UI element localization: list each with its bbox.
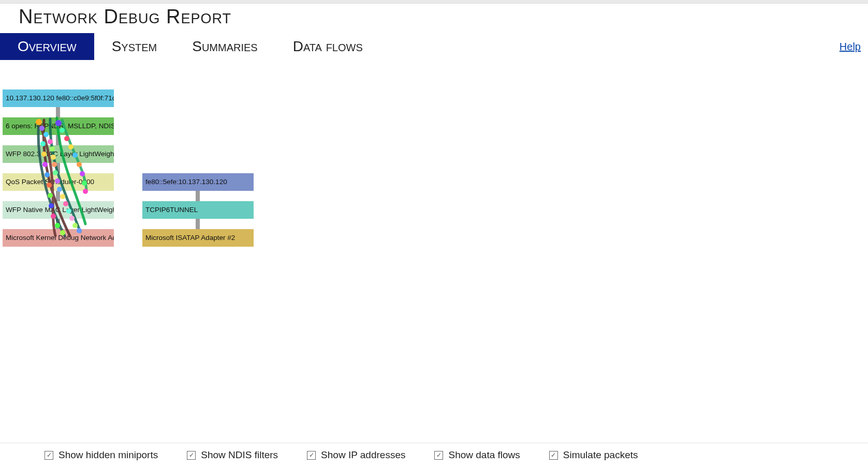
page-title: Network Debug Report [0, 4, 868, 32]
window-top-band [0, 0, 868, 4]
tab-overview[interactable]: Overview [0, 33, 94, 60]
help-link[interactable]: Help [840, 41, 861, 53]
svg-point-18 [64, 136, 69, 141]
node-tcpip6tunnel[interactable]: TCPIP6TUNNEL [142, 201, 254, 219]
connector [56, 191, 60, 201]
node-qos-scheduler[interactable]: QoS Packet Scheduler-0000 [3, 173, 114, 191]
tab-system[interactable]: System [94, 33, 175, 60]
svg-point-3 [48, 139, 53, 144]
check-ip-addresses[interactable]: ✓ Show IP addresses [307, 449, 405, 461]
connector [196, 191, 200, 201]
connector [56, 163, 60, 173]
checkbox-icon: ✓ [434, 451, 443, 460]
check-data-flows[interactable]: ✓ Show data flows [434, 449, 520, 461]
tab-summaries[interactable]: Summaries [174, 33, 275, 60]
tab-dataflows[interactable]: Data flows [275, 33, 380, 60]
svg-point-14 [72, 223, 78, 228]
checkbox-icon: ✓ [45, 451, 53, 460]
node-ip-isatap[interactable]: fe80::5efe:10.137.130.120 [142, 173, 254, 191]
tab-bar: Overview System Summaries Data flows Hel… [0, 32, 868, 61]
node-isatap-adapter[interactable]: Microsoft ISATAP Adapter #2 [142, 229, 254, 247]
connector [196, 219, 200, 229]
connector [56, 135, 60, 145]
checkbox-icon: ✓ [549, 451, 558, 460]
checkbox-icon: ✓ [187, 451, 196, 460]
connector [56, 107, 60, 117]
check-ndis-filters[interactable]: ✓ Show NDIS filters [187, 449, 278, 461]
svg-point-10 [60, 194, 65, 199]
node-ip-debug[interactable]: 10.137.130.120 fe80::c0e9:5f0f:71dd:9 [3, 89, 114, 107]
node-wfp-8023[interactable]: WFP 802.3 MAC Layer LightWeight Fi [3, 145, 114, 163]
diagram-canvas: 10.137.130.120 fe80::c0e9:5f0f:71dd:9 6 … [0, 61, 868, 392]
check-label: Show IP addresses [321, 449, 405, 461]
check-label: Show data flows [448, 449, 520, 461]
checkbox-icon: ✓ [307, 451, 316, 460]
svg-point-30 [48, 193, 53, 198]
footer-options: ✓ Show hidden miniports ✓ Show NDIS filt… [0, 443, 868, 467]
node-ndis-opens[interactable]: 6 opens: RSPNDR, MSLLDP, NDISUIO [3, 117, 114, 135]
check-label: Show hidden miniports [58, 449, 158, 461]
check-label: Simulate packets [563, 449, 638, 461]
connector [56, 219, 60, 229]
check-simulate-packets[interactable]: ✓ Simulate packets [549, 449, 638, 461]
node-kernel-debug-ad[interactable]: Microsoft Kernel Debug Network Ad [3, 229, 114, 247]
node-wfp-native[interactable]: WFP Native MAC Layer LightWeight [3, 201, 114, 219]
check-label: Show NDIS filters [201, 449, 278, 461]
check-hidden-miniports[interactable]: ✓ Show hidden miniports [45, 449, 158, 461]
